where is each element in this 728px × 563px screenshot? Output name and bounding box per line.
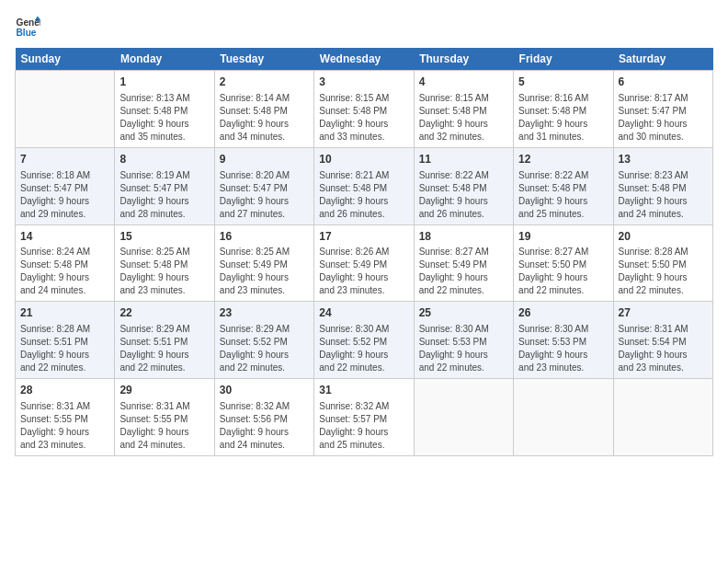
day-info: Sunrise: 8:28 AM xyxy=(619,246,708,259)
week-row-1: 1Sunrise: 8:13 AMSunset: 5:48 PMDaylight… xyxy=(16,71,713,148)
day-info: Daylight: 9 hours xyxy=(319,271,408,284)
day-number: 29 xyxy=(119,383,209,398)
day-info: and 22 minutes. xyxy=(619,284,708,297)
day-info: and 24 minutes. xyxy=(619,208,708,221)
day-cell: 9Sunrise: 8:20 AMSunset: 5:47 PMDaylight… xyxy=(214,147,313,224)
day-cell: 12Sunrise: 8:22 AMSunset: 5:48 PMDayligh… xyxy=(514,147,613,224)
week-row-5: 28Sunrise: 8:31 AMSunset: 5:55 PMDayligh… xyxy=(16,379,713,456)
day-cell: 31Sunrise: 8:32 AMSunset: 5:57 PMDayligh… xyxy=(314,379,414,456)
day-cell: 26Sunrise: 8:30 AMSunset: 5:53 PMDayligh… xyxy=(514,302,613,379)
day-info: Sunset: 5:48 PM xyxy=(119,105,209,118)
day-info: and 32 minutes. xyxy=(419,131,508,144)
day-info: Sunrise: 8:18 AM xyxy=(20,169,109,182)
day-header-friday: Friday xyxy=(514,48,613,71)
day-info: Daylight: 9 hours xyxy=(220,271,309,284)
day-info: and 25 minutes. xyxy=(518,208,608,221)
day-info: Daylight: 9 hours xyxy=(619,118,708,131)
day-info: and 25 minutes. xyxy=(319,439,408,452)
day-headers-row: SundayMondayTuesdayWednesdayThursdayFrid… xyxy=(16,48,713,71)
day-info: and 23 minutes. xyxy=(220,284,309,297)
day-info: Sunrise: 8:14 AM xyxy=(220,92,309,105)
day-info: Daylight: 9 hours xyxy=(220,349,309,362)
day-info: and 30 minutes. xyxy=(619,131,708,144)
day-info: and 31 minutes. xyxy=(518,131,608,144)
day-info: Sunrise: 8:31 AM xyxy=(20,400,109,413)
day-cell: 20Sunrise: 8:28 AMSunset: 5:50 PMDayligh… xyxy=(613,224,712,302)
day-header-sunday: Sunday xyxy=(16,48,115,71)
day-info: Sunset: 5:49 PM xyxy=(419,259,508,271)
day-info: Daylight: 9 hours xyxy=(119,271,209,284)
day-number: 6 xyxy=(619,75,708,90)
week-row-2: 7Sunrise: 8:18 AMSunset: 5:47 PMDaylight… xyxy=(16,147,713,224)
day-info: Sunrise: 8:13 AM xyxy=(119,92,209,105)
day-number: 28 xyxy=(20,383,109,398)
day-number: 11 xyxy=(419,152,508,167)
day-info: Sunset: 5:48 PM xyxy=(119,259,209,271)
day-info: Sunrise: 8:25 AM xyxy=(119,246,209,259)
day-info: Sunrise: 8:19 AM xyxy=(119,169,209,182)
day-cell: 16Sunrise: 8:25 AMSunset: 5:49 PMDayligh… xyxy=(214,224,313,302)
day-info: and 22 minutes. xyxy=(319,362,408,374)
day-number: 23 xyxy=(220,305,309,321)
day-cell: 8Sunrise: 8:19 AMSunset: 5:47 PMDaylight… xyxy=(115,147,214,224)
day-info: and 34 minutes. xyxy=(220,131,309,144)
day-cell: 13Sunrise: 8:23 AMSunset: 5:48 PMDayligh… xyxy=(613,147,712,224)
day-number: 4 xyxy=(419,75,508,90)
day-info: and 24 minutes. xyxy=(20,284,109,297)
day-info: Daylight: 9 hours xyxy=(619,195,708,208)
day-cell: 27Sunrise: 8:31 AMSunset: 5:54 PMDayligh… xyxy=(613,302,712,379)
day-info: Daylight: 9 hours xyxy=(518,349,608,362)
day-info: Sunrise: 8:24 AM xyxy=(20,246,109,259)
day-info: Daylight: 9 hours xyxy=(220,118,309,131)
day-info: Sunrise: 8:29 AM xyxy=(119,323,209,336)
logo: General Blue xyxy=(15,15,40,40)
day-number: 12 xyxy=(518,152,608,167)
day-info: Sunset: 5:51 PM xyxy=(20,336,109,349)
day-info: and 22 minutes. xyxy=(419,362,508,374)
day-cell: 29Sunrise: 8:31 AMSunset: 5:55 PMDayligh… xyxy=(115,379,214,456)
day-cell: 21Sunrise: 8:28 AMSunset: 5:51 PMDayligh… xyxy=(16,302,115,379)
day-header-wednesday: Wednesday xyxy=(314,48,414,71)
day-info: and 29 minutes. xyxy=(20,208,109,221)
day-cell: 17Sunrise: 8:26 AMSunset: 5:49 PMDayligh… xyxy=(314,224,414,302)
day-info: Sunrise: 8:27 AM xyxy=(518,246,608,259)
day-info: Daylight: 9 hours xyxy=(518,195,608,208)
day-info: and 22 minutes. xyxy=(419,284,508,297)
day-info: Daylight: 9 hours xyxy=(619,349,708,362)
day-info: Sunrise: 8:25 AM xyxy=(220,246,309,259)
day-cell: 25Sunrise: 8:30 AMSunset: 5:53 PMDayligh… xyxy=(414,302,513,379)
day-number: 8 xyxy=(119,152,209,167)
day-header-tuesday: Tuesday xyxy=(214,48,313,71)
day-cell: 3Sunrise: 8:15 AMSunset: 5:48 PMDaylight… xyxy=(314,71,414,148)
day-number: 13 xyxy=(619,152,708,167)
day-cell: 22Sunrise: 8:29 AMSunset: 5:51 PMDayligh… xyxy=(115,302,214,379)
day-number: 27 xyxy=(619,305,708,321)
svg-text:Blue: Blue xyxy=(17,28,37,38)
day-info: and 22 minutes. xyxy=(220,362,309,374)
day-cell: 24Sunrise: 8:30 AMSunset: 5:52 PMDayligh… xyxy=(314,302,414,379)
day-info: Sunrise: 8:20 AM xyxy=(220,169,309,182)
day-info: Sunrise: 8:15 AM xyxy=(419,92,508,105)
day-info: Daylight: 9 hours xyxy=(319,195,408,208)
day-info: and 22 minutes. xyxy=(119,362,209,374)
day-cell: 14Sunrise: 8:24 AMSunset: 5:48 PMDayligh… xyxy=(16,224,115,302)
day-info: Sunset: 5:54 PM xyxy=(619,336,708,349)
day-info: Sunset: 5:52 PM xyxy=(319,336,408,349)
day-number: 30 xyxy=(220,383,309,398)
day-cell xyxy=(613,379,712,456)
day-number: 7 xyxy=(20,152,109,167)
day-info: Daylight: 9 hours xyxy=(419,349,508,362)
day-info: Daylight: 9 hours xyxy=(220,426,309,439)
day-info: Sunset: 5:55 PM xyxy=(119,413,209,426)
day-info: Sunset: 5:47 PM xyxy=(119,182,209,195)
day-cell: 19Sunrise: 8:27 AMSunset: 5:50 PMDayligh… xyxy=(514,224,613,302)
day-info: and 23 minutes. xyxy=(20,439,109,452)
day-info: Sunset: 5:57 PM xyxy=(319,413,408,426)
day-info: Daylight: 9 hours xyxy=(119,118,209,131)
day-info: Daylight: 9 hours xyxy=(119,195,209,208)
day-info: Sunrise: 8:30 AM xyxy=(319,323,408,336)
day-info: and 24 minutes. xyxy=(119,439,209,452)
day-info: Daylight: 9 hours xyxy=(319,426,408,439)
day-number: 26 xyxy=(518,305,608,321)
day-info: Daylight: 9 hours xyxy=(119,349,209,362)
